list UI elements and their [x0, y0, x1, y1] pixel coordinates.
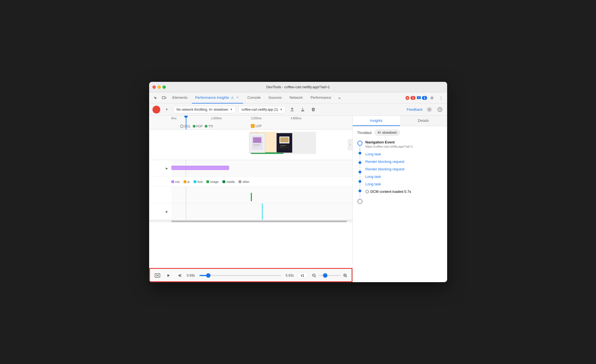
svg-rect-11	[253, 144, 260, 146]
tab-sources[interactable]: Sources	[265, 92, 285, 103]
cyan-line	[262, 203, 263, 220]
error-count: 1	[410, 96, 415, 100]
dcl-label: DCL	[184, 125, 191, 128]
help-icon[interactable]: ?	[436, 106, 444, 113]
minimize-button[interactable]	[157, 85, 161, 89]
svg-rect-0	[162, 97, 165, 99]
dcl-circle-icon	[180, 125, 184, 128]
legend-media-dot-icon	[222, 180, 225, 183]
svg-line-29	[346, 276, 347, 277]
speed-badge[interactable]: x1	[297, 272, 308, 279]
legend-css: css	[171, 180, 180, 183]
message-count: 1	[422, 96, 427, 100]
svg-rect-12	[253, 146, 259, 148]
close-button[interactable]	[152, 85, 156, 89]
svg-text:✕: ✕	[406, 97, 409, 100]
v-line-5	[360, 183, 360, 189]
settings-gear-icon[interactable]	[425, 106, 433, 113]
timeline-scrubber[interactable]	[199, 275, 281, 276]
message-icon: ≡	[417, 96, 421, 100]
zoom-thumb-icon[interactable]	[323, 273, 327, 278]
expand-arrow-icon-2[interactable]: ▶	[165, 209, 169, 214]
playhead-diamond-icon	[184, 116, 188, 118]
target-dropdown[interactable]: coffee-cart.netlify.app (1) ▼	[239, 106, 286, 113]
row-1-content	[171, 160, 352, 176]
more-options-icon[interactable]: ⋮	[437, 94, 445, 102]
filmstrip-row: LCP	[149, 130, 352, 160]
event-dot-3-icon	[359, 171, 361, 173]
settings-icon[interactable]: ⚙	[428, 94, 436, 102]
screenshot-2	[276, 133, 292, 153]
nav-event-circle-icon	[357, 141, 362, 146]
svg-rect-18	[280, 147, 284, 147]
main-toolbar: Elements Performance insights ⚠ ✕ Consol…	[149, 92, 447, 103]
dropdown-arrow-btn[interactable]: ▼	[163, 106, 171, 113]
expand-arrow-icon[interactable]: ▶	[165, 166, 169, 171]
event-dot-5-icon	[359, 189, 361, 192]
feedback-link[interactable]: Feedback	[407, 107, 422, 112]
zoom-controls	[311, 273, 348, 278]
dcl-event-circle-icon	[365, 190, 369, 193]
message-badge-container: ≡ 1	[417, 96, 427, 100]
legend-css-dot-icon	[171, 180, 174, 183]
event-link-render-blocking-1[interactable]: Render blocking request	[365, 158, 443, 165]
event-link-long-task-2[interactable]: Long task	[365, 173, 443, 180]
tab-performance-insights[interactable]: Performance insights ⚠ ✕	[192, 92, 243, 103]
tab-elements[interactable]: Elements	[169, 92, 191, 103]
legend-font-dot-icon	[194, 180, 196, 183]
insights-panel: Insights Details Throttled: 4× slowdown	[353, 116, 447, 282]
tab-performance[interactable]: Performance	[307, 92, 334, 103]
event-dot-4-icon	[359, 180, 361, 183]
network-row-2	[149, 187, 352, 203]
event-link-long-task-1[interactable]: Long task	[365, 150, 443, 158]
playhead	[186, 116, 186, 130]
upload-icon[interactable]	[288, 106, 296, 113]
record-button[interactable]	[152, 106, 160, 113]
zoom-out-icon[interactable]	[311, 273, 317, 278]
secondary-toolbar: ▼ No network throttling, 4× slowdown ▼ c…	[149, 103, 447, 116]
insights-content: Throttled: 4× slowdown	[353, 126, 447, 282]
filmstrip-content: LCP	[171, 130, 352, 160]
more-tabs-icon[interactable]: »	[335, 94, 343, 102]
download-icon[interactable]	[299, 106, 307, 113]
zoom-slider[interactable]	[319, 275, 341, 276]
error-icon: ✕	[405, 96, 410, 100]
tab-details[interactable]: Details	[400, 116, 447, 126]
tti-label: TTI	[208, 125, 213, 128]
tab-close-icon[interactable]: ✕	[236, 95, 240, 100]
network-throttle-dropdown[interactable]: No network throttling, 4× slowdown ▼	[174, 106, 236, 113]
title-bar: DevTools - coffee-cart.netlify.app/?ad=1	[149, 82, 447, 92]
play-button[interactable]	[165, 272, 172, 279]
tab-console[interactable]: Console	[244, 92, 264, 103]
milestone-bar: DCL FCP TTI	[180, 125, 213, 128]
svg-point-6	[429, 109, 430, 110]
event-link-long-task-3[interactable]: Long task	[365, 180, 443, 188]
scrollbar[interactable]	[149, 220, 352, 222]
maximize-button[interactable]	[162, 85, 166, 89]
timeline-collapse-btn[interactable]: ›	[348, 139, 352, 150]
scrubber-thumb-icon[interactable]	[206, 273, 211, 278]
svg-line-25	[315, 276, 316, 277]
network-area: LCP	[149, 130, 352, 268]
zoom-in-icon[interactable]	[342, 273, 348, 278]
delete-icon[interactable]	[309, 106, 317, 113]
event-link-render-blocking-2[interactable]: Render blocking request	[365, 165, 443, 173]
legend-font: font	[194, 180, 202, 183]
screenshot-toggle-btn[interactable]	[154, 272, 161, 279]
device-toggle-icon[interactable]	[160, 94, 168, 102]
svg-rect-15	[280, 137, 289, 142]
scrollbar-thumb	[171, 221, 347, 222]
timestamp-2: 3,200ms	[251, 117, 261, 120]
cursor-icon[interactable]	[151, 94, 159, 102]
fcp-milestone: FCP	[193, 125, 202, 128]
tab-insights[interactable]: Insights	[353, 116, 400, 126]
tab-network[interactable]: Network	[286, 92, 306, 103]
dcl-event: DCM content loaded 0.7s	[365, 188, 443, 195]
dashed-line-2	[186, 187, 186, 203]
traffic-lights	[152, 85, 166, 89]
tti-dot-icon	[205, 125, 207, 128]
timestamp-0: 0ms	[171, 117, 177, 120]
step-back-button[interactable]	[176, 272, 184, 279]
event-dot-1-icon	[359, 152, 361, 155]
row-3-label: ▶	[149, 203, 171, 220]
